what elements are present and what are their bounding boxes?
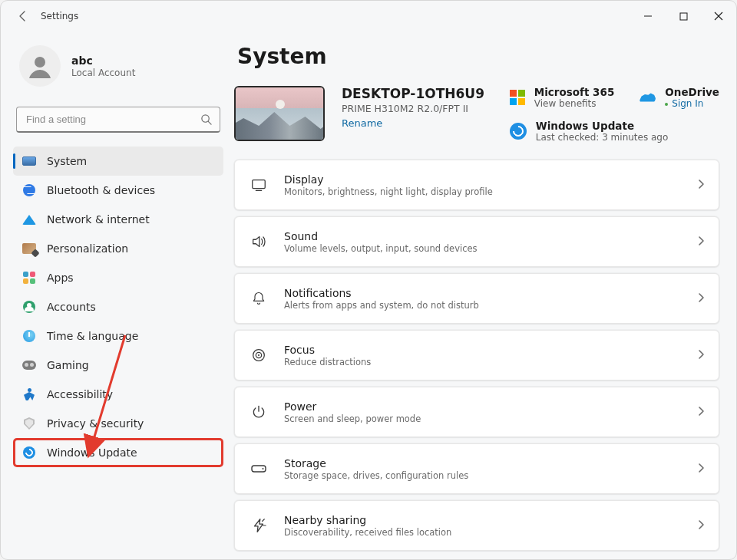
device-info: DESKTOP-1OTH6U9 PRIME H310M2 R2.0/FPT II… [342, 86, 484, 130]
onedrive-icon [639, 91, 656, 104]
power-icon [249, 402, 269, 422]
sidebar-item-label: Accounts [47, 301, 96, 313]
section-notifications[interactable]: NotificationsAlerts from apps and system… [234, 273, 719, 324]
sidebar-item-label: System [47, 155, 87, 167]
sidebar-item-label: Bluetooth & devices [47, 184, 155, 196]
arrow-left-icon [17, 10, 29, 22]
section-title: Display [284, 173, 493, 186]
svg-rect-0 [680, 13, 687, 20]
sidebar-item-accounts[interactable]: Accounts [13, 292, 223, 321]
device-hero: DESKTOP-1OTH6U9 PRIME H310M2 R2.0/FPT II… [234, 86, 719, 143]
profile-name: abc [71, 54, 135, 67]
title-bar: Settings [1, 1, 736, 31]
minimize-button[interactable] [630, 1, 666, 31]
section-storage[interactable]: StorageStorage space, drives, configurat… [234, 443, 719, 494]
app-title: Settings [41, 11, 78, 21]
sidebar-item-label: Gaming [47, 359, 89, 371]
chevron-right-icon [697, 462, 705, 476]
sidebar-item-time[interactable]: Time & language [13, 321, 223, 351]
sidebar-item-network[interactable]: Network & internet [13, 205, 223, 234]
chevron-right-icon [697, 235, 705, 249]
section-focus[interactable]: FocusReduce distractions [234, 330, 719, 380]
svg-point-8 [263, 468, 264, 469]
gaming-icon [22, 358, 36, 372]
search-box[interactable] [16, 107, 220, 133]
sidebar-item-bluetooth[interactable]: Bluetooth & devices [13, 176, 223, 205]
section-subtitle: Alerts from apps and system, do not dist… [284, 300, 479, 311]
status-onedrive[interactable]: OneDrive Sign In [639, 86, 719, 109]
section-subtitle: Reduce distractions [284, 357, 371, 367]
section-title: Storage [284, 457, 468, 469]
system-icon [22, 154, 36, 168]
chevron-right-icon [697, 178, 705, 193]
microsoft-365-icon [510, 90, 525, 105]
focus-icon [249, 345, 269, 365]
section-title: Focus [284, 344, 371, 356]
close-button[interactable] [701, 1, 736, 31]
section-display[interactable]: DisplayMonitors, brightness, night light… [234, 160, 719, 210]
privacy-icon [22, 417, 36, 430]
search-input[interactable] [25, 113, 194, 126]
settings-sections: DisplayMonitors, brightness, night light… [234, 160, 719, 551]
section-title: Notifications [284, 287, 479, 299]
sidebar-item-privacy[interactable]: Privacy & security [13, 409, 223, 438]
sidebar-item-label: Privacy & security [47, 417, 144, 430]
notifications-icon [249, 288, 269, 308]
sound-icon [249, 232, 269, 252]
sidebar-item-label: Accessibility [47, 388, 113, 400]
sidebar-item-label: Apps [47, 272, 74, 284]
section-subtitle: Monitors, brightness, night light, displ… [284, 186, 493, 197]
section-subtitle: Discoverability, received files location [284, 527, 451, 538]
personalization-icon [22, 242, 36, 255]
sidebar-item-label: Network & internet [47, 213, 150, 226]
sidebar-item-apps[interactable]: Apps [13, 263, 223, 292]
section-title: Nearby sharing [284, 514, 451, 526]
svg-point-6 [258, 354, 259, 356]
device-thumbnail[interactable] [234, 86, 325, 141]
nav-list: SystemBluetooth & devicesNetwork & inter… [13, 147, 223, 467]
chevron-right-icon [697, 405, 705, 420]
status-onedrive-subtitle: Sign In [665, 98, 719, 109]
status-column: Microsoft 365 View benefits OneDrive Sig… [510, 86, 719, 143]
sidebar-item-personalization[interactable]: Personalization [13, 234, 223, 263]
maximize-button[interactable] [666, 1, 701, 31]
section-power[interactable]: PowerScreen and sleep, power mode [234, 387, 719, 437]
network-icon [22, 212, 36, 226]
storage-icon [249, 459, 269, 479]
sidebar-item-system[interactable]: System [13, 147, 223, 176]
search-icon [200, 114, 212, 125]
svg-rect-3 [253, 180, 266, 189]
window-controls [630, 1, 736, 31]
status-onedrive-title: OneDrive [665, 86, 719, 98]
profile[interactable]: abc Local Account [13, 41, 223, 97]
status-windows-update[interactable]: Windows Update Last checked: 3 minutes a… [510, 120, 719, 143]
close-icon [714, 12, 723, 21]
avatar [19, 45, 61, 87]
device-name: DESKTOP-1OTH6U9 [342, 86, 484, 101]
accessibility-icon [22, 387, 36, 401]
section-title: Sound [284, 230, 478, 242]
sidebar-item-gaming[interactable]: Gaming [13, 351, 223, 380]
status-m365-subtitle: View benefits [534, 98, 615, 109]
status-m365[interactable]: Microsoft 365 View benefits [510, 86, 615, 109]
chevron-right-icon [697, 348, 705, 363]
page-heading: System [237, 44, 719, 69]
section-subtitle: Storage space, drives, configuration rul… [284, 470, 468, 481]
status-wu-subtitle: Last checked: 3 minutes ago [536, 132, 669, 143]
window: Settings abc Local Account [0, 0, 737, 560]
nearby-icon [249, 516, 269, 535]
section-subtitle: Volume levels, output, input, sound devi… [284, 243, 478, 254]
sidebar-item-label: Personalization [47, 242, 128, 255]
back-button[interactable] [16, 9, 30, 23]
rename-link[interactable]: Rename [342, 117, 382, 129]
sidebar-item-update[interactable]: Windows Update [13, 438, 223, 467]
status-m365-title: Microsoft 365 [534, 86, 615, 98]
device-model: PRIME H310M2 R2.0/FPT II [342, 103, 484, 114]
sidebar-item-accessibility[interactable]: Accessibility [13, 380, 223, 409]
maximize-icon [679, 12, 688, 21]
profile-subtitle: Local Account [71, 68, 135, 78]
section-nearby[interactable]: Nearby sharingDiscoverability, received … [234, 500, 719, 551]
section-sound[interactable]: SoundVolume levels, output, input, sound… [234, 216, 719, 267]
sidebar: abc Local Account SystemBluetooth & devi… [1, 31, 231, 559]
bluetooth-icon [22, 183, 36, 197]
